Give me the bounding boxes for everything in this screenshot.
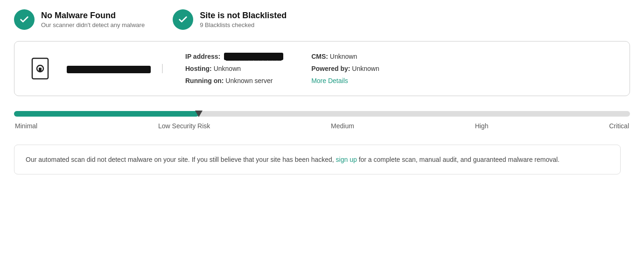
info-text-before: Our automated scan did not detect malwar… [26,156,334,163]
cms-row: CMS: Unknown [311,53,379,60]
detail-col-left: IP address: ████████████ Hosting: Unknow… [185,53,283,84]
ip-address-row: IP address: ████████████ [185,53,283,60]
powered-row: Powered by: Unknown [311,65,379,72]
meter-label-low: Low Security Risk [158,122,210,130]
status-bar: No Malware Found Our scanner didn't dete… [14,9,630,30]
running-label: Running on: [185,77,224,84]
security-meter-section: Minimal Low Security Risk Medium High Cr… [14,111,630,130]
blacklist-status-text: Site is not Blacklisted 9 Blacklists che… [200,11,287,28]
malware-status-item: No Malware Found Our scanner didn't dete… [14,9,145,30]
malware-status-text: No Malware Found Our scanner didn't dete… [41,11,145,28]
more-details-row[interactable]: More Details [311,77,379,84]
malware-check-icon [14,9,35,30]
meter-fill [14,111,199,117]
more-details-link[interactable]: More Details [311,77,348,84]
meter-track [14,111,630,117]
info-box: Our automated scan did not detect malwar… [14,145,621,174]
svg-rect-2 [39,68,42,71]
signup-link[interactable]: sign up [336,156,357,163]
meter-thumb [195,111,203,117]
meter-label-medium: Medium [331,122,354,130]
ip-value: ████████████ [224,53,283,60]
blacklist-status-item: Site is not Blacklisted 9 Blacklists che… [173,9,287,30]
info-text-after: for a complete scan, manual audit, and g… [359,156,560,163]
malware-description: Our scanner didn't detect any malware [41,21,145,28]
site-icon [28,55,56,83]
meter-bar-wrap [14,111,630,117]
powered-label: Powered by: [311,65,350,72]
hosting-row: Hosting: Unknown [185,65,283,72]
meter-labels: Minimal Low Security Risk Medium High Cr… [14,122,630,130]
running-value: Unknown server [225,77,273,84]
running-row: Running on: Unknown server [185,77,283,84]
meter-label-minimal: Minimal [15,122,37,130]
blacklist-title: Site is not Blacklisted [200,11,287,21]
cms-value: Unknown [330,53,357,60]
site-info-card: IP address: ████████████ Hosting: Unknow… [14,41,630,96]
detail-col-right: CMS: Unknown Powered by: Unknown More De… [311,53,379,84]
meter-label-high: High [475,122,489,130]
malware-title: No Malware Found [41,11,145,21]
cms-label: CMS: [311,53,328,60]
powered-value: Unknown [352,65,379,72]
site-url-block [67,64,163,73]
meter-label-critical: Critical [609,122,629,130]
blacklist-check-icon [173,9,193,30]
site-url-redacted [67,66,151,73]
blacklist-description: 9 Blacklists checked [200,21,287,28]
hosting-label: Hosting: [185,65,212,72]
site-details: IP address: ████████████ Hosting: Unknow… [174,53,379,84]
ip-label: IP address: [185,53,220,60]
hosting-value: Unknown [214,65,241,72]
